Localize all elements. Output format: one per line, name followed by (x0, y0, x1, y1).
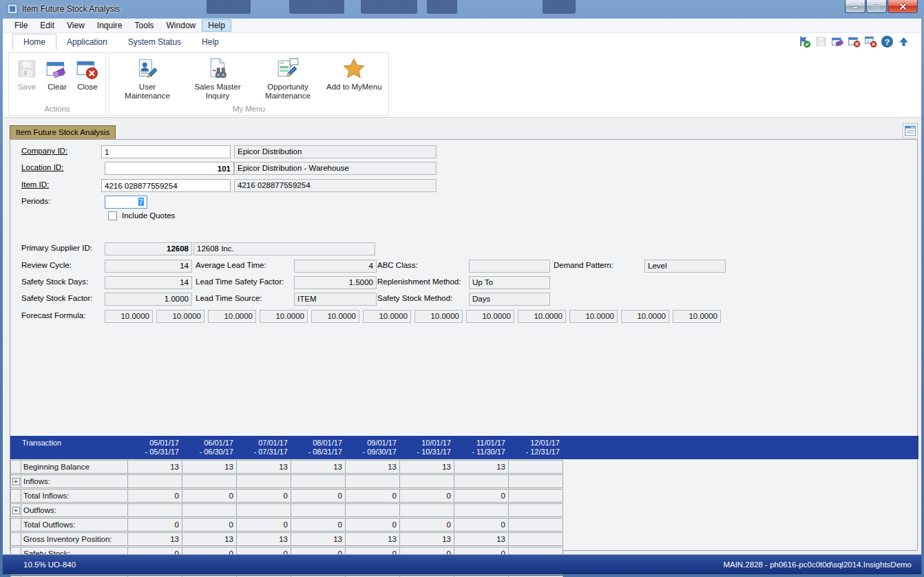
statusbar: 10.5% UO-840 MAIN.2828 - ph0616-pc0c0t0d… (3, 554, 921, 574)
row-label: Beginning Balance (21, 460, 128, 474)
minimize-button[interactable] (845, 0, 865, 13)
close-button[interactable]: Close (72, 56, 103, 93)
document-tab[interactable]: Item Future Stock Analysis (10, 125, 116, 139)
grid-cell-r2-c1 (127, 474, 182, 488)
save-small-icon[interactable] (815, 35, 828, 48)
grid-cell-r4-c6 (399, 503, 454, 517)
safety-stock-method-label: Safety Stock Method: (377, 294, 452, 302)
grid-row-gross-inventory-position: Gross Inventory Position:13131313131313 (10, 532, 918, 546)
panel-layout-icon[interactable] (903, 123, 918, 138)
grid-row-total-inflows: Total Inflows:0000000 (10, 489, 918, 503)
row-selector (10, 460, 21, 474)
sales-master-inquiry-button[interactable]: Sales Master Inquiry (182, 56, 253, 102)
close-icon (76, 57, 99, 81)
grid-header: Transaction05/01/17- 05/31/1706/01/17- 0… (10, 436, 918, 459)
lead-time-safety-factor-value: 1.5000 (294, 276, 377, 289)
forecast-formula-value-12: 10.0000 (673, 310, 721, 323)
location-id-label[interactable]: Location ID: (21, 163, 63, 171)
grid-header-transaction: Transaction (10, 436, 128, 459)
row-label: Outflows: (21, 503, 128, 517)
close-all-icon[interactable] (864, 35, 877, 48)
add-to-mymenu-button[interactable]: Add to MyMenu (323, 56, 386, 93)
grid-cell-r2-c3 (236, 474, 291, 488)
company-description: Epicor Distribution (234, 145, 437, 158)
item-id-label[interactable]: Item ID: (21, 180, 49, 189)
content-area: Item Future Stock Analysis Company ID: E… (3, 118, 921, 554)
close-small-icon[interactable] (848, 35, 861, 48)
grid-row-total-outflows: Total Outflows:0000000 (10, 518, 918, 532)
clear-button[interactable]: Clear (42, 56, 72, 93)
button-label: Add to MyMenu (326, 83, 382, 92)
opportunity-maintenance-icon (276, 57, 300, 81)
ribbon-tab-help[interactable]: Help (191, 34, 229, 50)
grid-cell-r4-c5 (345, 503, 400, 517)
close-window-button[interactable] (888, 0, 918, 13)
grid-header-period-2: 06/01/17- 06/30/17 (182, 436, 237, 459)
ribbon-tab-application[interactable]: Application (56, 34, 118, 50)
ribbon-group-my-menu: User MaintenanceSales Master InquiryOppo… (109, 52, 389, 116)
save-icon (15, 57, 39, 81)
periods-input[interactable]: 7 (105, 196, 147, 209)
grid-cell-r5-c4: 0 (291, 518, 346, 532)
row-selector (10, 489, 21, 503)
forecast-formula-value-2: 10.0000 (156, 310, 204, 323)
menu-edit[interactable]: Edit (34, 19, 61, 32)
grid-cell-r4-c2 (182, 503, 237, 517)
company-id-input[interactable] (101, 145, 231, 158)
user-maintenance-button[interactable]: User Maintenance (112, 56, 182, 102)
ribbon-tab-system-status[interactable]: System Status (118, 34, 191, 50)
app-icon (7, 3, 18, 14)
row-selector[interactable]: + (10, 503, 21, 517)
abc-class-label: ABC Class: (377, 261, 418, 269)
row-selector[interactable]: + (10, 474, 21, 488)
collapse-ribbon-icon[interactable] (897, 35, 910, 48)
help-icon[interactable]: ? (881, 35, 894, 48)
flag-check-icon[interactable] (798, 35, 811, 48)
grid-header-period-4: 08/01/17- 08/31/17 (291, 436, 346, 459)
grid-cell-r2-c6 (399, 474, 454, 488)
menu-help[interactable]: Help (202, 19, 231, 32)
include-quotes-checkbox[interactable] (108, 211, 117, 220)
titlebar[interactable]: Item Future Stock Analysis (0, 0, 924, 19)
grid-cell-r1-c6: 13 (399, 460, 454, 474)
grid-cell-r1-c4: 13 (291, 460, 346, 474)
grid-cell-r3-c5: 0 (345, 489, 400, 503)
grid-cell-r2-c2 (182, 474, 237, 488)
grid-cell-r6-c5: 13 (345, 532, 400, 546)
ribbon-group-label: Actions (9, 105, 105, 115)
user-maintenance-icon (136, 57, 159, 81)
menu-file[interactable]: File (8, 19, 34, 32)
opportunity-maintenance-button[interactable]: Opportunity Maintenance (253, 56, 323, 102)
restore-button[interactable] (866, 0, 887, 13)
row-selector (10, 532, 21, 546)
save-button[interactable]: Save (12, 56, 42, 93)
grid-header-filler (563, 436, 918, 459)
menu-inquire[interactable]: Inquire (91, 19, 129, 32)
safety-stock-factor-label: Safety Stock Factor: (21, 294, 93, 302)
expand-row-icon[interactable]: + (12, 478, 20, 485)
analysis-panel: Company ID: Epicor Distribution Location… (10, 139, 918, 551)
background-window-fragment (543, 0, 576, 14)
item-description: 4216 028877559254 (234, 179, 437, 192)
menu-view[interactable]: View (61, 19, 91, 32)
menu-window[interactable]: Window (160, 19, 202, 32)
menu-tools[interactable]: Tools (129, 19, 160, 32)
grid-header-period-7: 11/01/17- 11/30/17 (454, 436, 509, 459)
grid-row-outflows: +Outflows: (10, 503, 918, 517)
ribbon: SaveClearCloseActionsUser MaintenanceSal… (3, 51, 921, 118)
average-lead-time-value: 4 (294, 260, 377, 273)
company-id-label[interactable]: Company ID: (21, 147, 67, 155)
clear-small-icon[interactable] (831, 35, 844, 48)
grid-cell-r5-c1: 0 (127, 518, 182, 532)
grid-cell-r3-c1: 0 (127, 489, 182, 503)
item-id-input[interactable] (101, 179, 231, 192)
safety-stock-days-label: Safety Stock Days: (21, 277, 88, 286)
expand-row-icon[interactable]: + (12, 507, 20, 514)
ribbon-tab-home[interactable]: Home (12, 34, 56, 50)
app-body: FileEditViewInquireToolsWindowHelp HomeA… (3, 19, 921, 574)
location-id-input[interactable] (105, 162, 234, 175)
location-description: Epicor Distribution - Warehouse (234, 162, 437, 175)
forecast-formula-value-4: 10.0000 (260, 310, 308, 323)
grid-header-period-5: 09/01/17- 09/30/17 (346, 436, 400, 459)
periods-label: Periods: (21, 197, 50, 205)
